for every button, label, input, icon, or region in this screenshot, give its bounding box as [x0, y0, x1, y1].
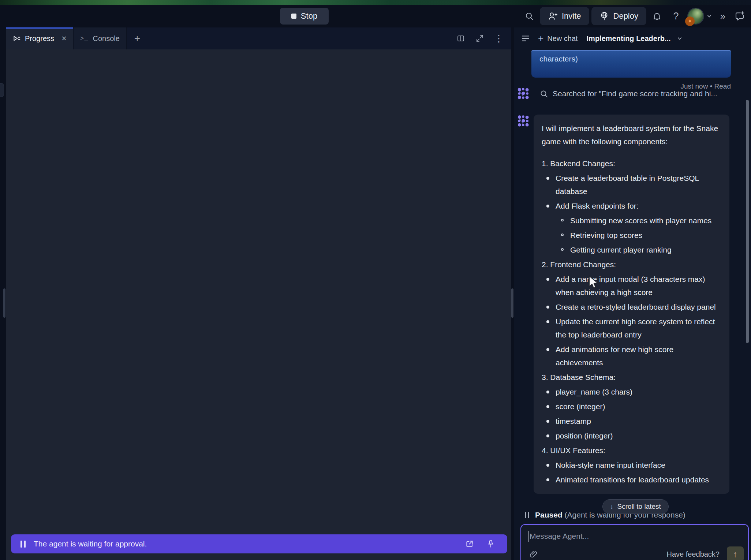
scroll-to-latest-button[interactable]: ↓ Scroll to latest — [602, 499, 669, 514]
stop-label: Stop — [301, 11, 317, 21]
chat-list-icon — [521, 34, 530, 43]
agent-logo-icon — [517, 87, 530, 100]
pin-button[interactable] — [484, 537, 498, 551]
tabstrip: Progress × >_ Console + — [6, 27, 511, 49]
stop-button[interactable]: Stop — [280, 8, 329, 25]
new-chat-label: New chat — [547, 34, 578, 43]
attach-file-button[interactable] — [526, 547, 541, 560]
search-button[interactable] — [521, 8, 538, 25]
tab-progress[interactable]: Progress × — [6, 27, 74, 49]
message-composer[interactable]: Message Agent... Have feedback? ↑ — [520, 524, 749, 560]
send-arrow-icon: ↑ — [733, 549, 737, 559]
chat-message-list: characters) Just now • Read — [514, 50, 751, 507]
add-tab-button[interactable]: + — [127, 27, 148, 49]
deploy-label: Deploy — [613, 11, 638, 21]
close-tab-icon[interactable]: × — [61, 34, 67, 43]
list-item-text: Nokia-style name input interface — [556, 461, 665, 469]
chat-history-button[interactable] — [518, 30, 533, 47]
bell-icon — [652, 11, 662, 21]
hidden-pane-tab[interactable] — [0, 83, 4, 97]
bullet-icon — [546, 177, 549, 180]
plus-icon: + — [538, 34, 543, 43]
composer-input[interactable]: Message Agent... — [528, 531, 589, 542]
split-pane-button[interactable] — [452, 30, 469, 47]
approval-banner: The agent is waiting for approval. — [11, 534, 507, 553]
list-item-text: position (integer) — [556, 432, 613, 440]
send-button[interactable]: ↑ — [727, 546, 744, 560]
agent-message-intro: I will implement a leaderboard system fo… — [542, 122, 721, 148]
help-button[interactable]: ? — [668, 8, 684, 25]
notifications-button[interactable] — [649, 8, 665, 25]
new-chat-button[interactable]: + New chat — [534, 31, 582, 46]
list-item-text: Add Flask endpoints for: — [556, 202, 638, 210]
user-message-bubble: characters) — [531, 50, 731, 78]
composer-placeholder: Message Agent... — [530, 532, 589, 541]
progress-pane-body: The agent is waiting for approval. — [6, 49, 511, 560]
new-chat-pane-button[interactable] — [731, 8, 748, 25]
paperclip-icon — [529, 550, 538, 559]
list-item: Add animations for new high score achiev… — [542, 343, 721, 369]
list-item: Create a retro-styled leaderboard displa… — [542, 300, 721, 314]
feedback-link[interactable]: Have feedback? — [666, 550, 720, 559]
section-title: 2. Frontend Changes: — [542, 258, 721, 271]
search-event-row[interactable]: Searched for "Find game score tracking a… — [517, 87, 717, 100]
pin-icon — [486, 539, 496, 549]
sub-list-item: Retrieving top scores — [542, 229, 721, 242]
invite-button[interactable]: Invite — [540, 7, 589, 25]
deploy-button[interactable]: Deploy — [591, 7, 646, 25]
list-item-text: Create a leaderboard table in PostgreSQL… — [556, 174, 699, 195]
tab-console-label: Console — [93, 34, 119, 43]
list-item-text: score (integer) — [556, 402, 605, 411]
list-item: Animated transitions for leaderboard upd… — [542, 473, 721, 486]
search-icon — [524, 11, 534, 21]
tab-progress-label: Progress — [25, 34, 54, 43]
list-item-text: player_name (3 chars) — [556, 388, 632, 396]
double-chevron-right-icon: » — [720, 11, 725, 21]
bullet-icon — [546, 434, 549, 437]
divider-resize-handle[interactable] — [511, 288, 513, 318]
sub-list-item: Submitting new scores with player names — [542, 214, 721, 227]
hollow-bullet-icon — [561, 248, 564, 251]
sub-list-item-text: Retrieving top scores — [570, 231, 642, 239]
expand-pane-button[interactable] — [471, 30, 488, 47]
panel-divider — [511, 27, 514, 560]
bullet-icon — [546, 420, 549, 423]
search-event-body: Searched for "Find game score tracking a… — [539, 89, 717, 98]
composer-toolbar: Have feedback? ↑ — [526, 545, 744, 560]
list-item: Update the current high score system to … — [542, 315, 721, 341]
terminal-icon: >_ — [80, 35, 88, 42]
pane-menu-button[interactable]: ⋮ — [490, 30, 507, 47]
down-arrow-icon: ↓ — [610, 503, 614, 511]
list-item: player_name (3 chars) — [542, 385, 721, 399]
section-title: 1. Backend Changes: — [542, 157, 721, 170]
collapse-panel-button[interactable]: » — [717, 8, 729, 25]
split-icon — [456, 34, 465, 43]
question-icon: ? — [673, 11, 679, 21]
tab-console[interactable]: >_ Console — [74, 27, 127, 49]
expand-icon — [475, 34, 484, 43]
account-menu[interactable]: ✦ — [688, 8, 713, 24]
stop-icon — [291, 14, 296, 19]
list-item-text: timestamp — [556, 417, 591, 425]
open-in-pane-button[interactable] — [463, 537, 477, 551]
chat-scrollbar[interactable] — [746, 100, 749, 343]
banner-actions — [463, 537, 498, 551]
left-resize-handle[interactable] — [3, 288, 5, 318]
invite-person-plus-icon — [548, 11, 557, 21]
list-item: position (integer) — [542, 429, 721, 443]
agent-message-row: I will implement a leaderboard system fo… — [517, 115, 729, 494]
left-dock-rail — [0, 27, 6, 560]
approval-banner-text: The agent is waiting for approval. — [34, 540, 147, 548]
chat-title-dropdown[interactable]: Implementing Leaderb... — [583, 31, 687, 46]
chat-panel: + New chat Implementing Leaderb... chara… — [514, 27, 751, 560]
section-title: 4. UI/UX Features: — [542, 444, 721, 457]
pause-icon — [525, 512, 529, 518]
paused-label: Paused — [535, 511, 563, 519]
open-in-pane-icon — [465, 539, 474, 549]
bullet-icon — [546, 320, 549, 323]
bullet-icon — [546, 405, 549, 408]
topbar-right-cluster: Invite Deploy ? — [521, 5, 748, 27]
scroll-to-latest-label: Scroll to latest — [617, 503, 661, 511]
text-caret — [528, 531, 528, 542]
topbar: Stop Invite — [0, 5, 751, 27]
